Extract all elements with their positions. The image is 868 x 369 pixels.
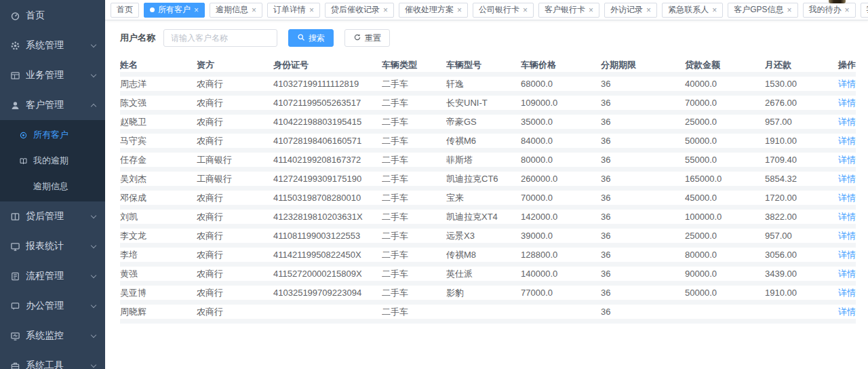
column-header-action: 操作 — [835, 59, 856, 71]
close-icon[interactable]: × — [309, 6, 314, 14]
sidebar-item-business-mgmt[interactable]: 业务管理 — [0, 60, 105, 90]
cell-name: 吴亚博 — [120, 287, 197, 299]
customer-name-input[interactable] — [163, 29, 277, 47]
cell-vehicle-model: 长安UNI-T — [446, 97, 521, 109]
tab-collection-records[interactable]: 贷后催收记录× — [325, 3, 394, 18]
tab-customer-gps[interactable]: 客户GPS信息× — [728, 3, 797, 18]
content: 用户名称 搜索 重置 姓名资方身份证号车辆类型车辆型号车辆价格分期期限贷款金额月… — [105, 20, 868, 369]
detail-link[interactable]: 详情 — [838, 212, 856, 222]
column-header-loan-amount: 贷款金额 — [685, 59, 765, 71]
detail-link[interactable]: 详情 — [838, 136, 856, 146]
detail-link[interactable]: 详情 — [838, 231, 856, 241]
table-header-row: 姓名资方身份证号车辆类型车辆型号车辆价格分期期限贷款金额月还款操作 — [120, 58, 856, 77]
search-form: 用户名称 搜索 重置 — [120, 29, 856, 47]
cell-action: 详情 — [835, 192, 856, 204]
cell-id-number: 411503198708280010 — [273, 193, 382, 203]
cell-name: 赵晓卫 — [120, 116, 197, 128]
reset-button[interactable]: 重置 — [344, 29, 390, 47]
cell-name: 周志洋 — [120, 78, 197, 90]
table-row: 周晓辉农商行二手车36详情 — [120, 305, 856, 324]
tab-visit-records[interactable]: 外访记录× — [604, 3, 657, 18]
cell-vehicle-model: 英仕派 — [446, 268, 521, 280]
detail-link[interactable]: 详情 — [838, 250, 856, 260]
sidebar-item-home[interactable]: 首页 — [0, 1, 105, 31]
close-icon[interactable]: × — [646, 6, 651, 14]
tab-my-process[interactable]: 我的流程× — [861, 3, 868, 18]
detail-link[interactable]: 详情 — [838, 117, 856, 127]
sidebar-item-label: 贷后管理 — [26, 210, 92, 222]
cell-id-number: 412724199309175190 — [273, 174, 382, 184]
detail-link[interactable]: 详情 — [838, 269, 856, 279]
detail-link[interactable]: 详情 — [838, 79, 856, 89]
sidebar-item-post-loan-mgmt[interactable]: 贷后管理 — [0, 201, 105, 231]
close-icon[interactable]: × — [589, 6, 593, 14]
sidebar-item-report-stats[interactable]: 报表统计 — [0, 231, 105, 261]
customer-table: 姓名资方身份证号车辆类型车辆型号车辆价格分期期限贷款金额月还款操作周志洋农商行4… — [120, 58, 856, 324]
cell-term: 36 — [601, 136, 685, 146]
close-icon[interactable]: × — [194, 6, 199, 14]
tab-order-detail[interactable]: 订单详情× — [267, 3, 320, 18]
tab-collection-plan[interactable]: 催收处理方案× — [399, 3, 468, 18]
table-row: 吴刘杰工商银行412724199309175190二手车凯迪拉克CT626000… — [120, 172, 856, 191]
cell-vehicle-type: 二手车 — [382, 97, 446, 109]
cell-loan-amount: 55000.0 — [685, 155, 765, 165]
detail-link[interactable]: 详情 — [838, 174, 856, 184]
close-icon[interactable]: × — [252, 6, 256, 14]
tab-overdue-info[interactable]: 逾期信息× — [210, 3, 262, 18]
sidebar-item-label: 所有客户 — [33, 129, 68, 141]
detail-link[interactable]: 详情 — [838, 155, 856, 165]
cell-id-number: 411402199208167372 — [273, 155, 382, 165]
sidebar-item-system-mgmt[interactable]: 系统管理 — [0, 31, 105, 60]
detail-link[interactable]: 详情 — [838, 98, 856, 108]
tab-my-todo[interactable]: 我的待办× — [803, 3, 856, 18]
reset-button-label: 重置 — [365, 33, 381, 44]
cell-name: 任存金 — [120, 154, 197, 166]
detail-link[interactable]: 详情 — [838, 307, 856, 317]
search-icon — [297, 33, 305, 43]
cell-vehicle-price: 35000.0 — [521, 117, 601, 127]
cell-monthly-payment: 2676.00 — [765, 98, 835, 108]
close-icon[interactable]: × — [845, 6, 850, 14]
close-icon[interactable]: × — [523, 6, 528, 14]
close-icon[interactable]: × — [457, 6, 462, 14]
sidebar-item-all-customers[interactable]: 所有客户 — [0, 122, 105, 148]
search-button[interactable]: 搜索 — [288, 29, 334, 47]
column-header-funder: 资方 — [197, 59, 273, 71]
cell-vehicle-type: 二手车 — [382, 306, 446, 318]
close-icon[interactable]: × — [712, 6, 717, 14]
cell-vehicle-price: 128800.0 — [521, 250, 601, 260]
report-icon — [9, 241, 20, 252]
sidebar-item-overdue-info[interactable]: 逾期信息 — [0, 174, 105, 199]
table-row: 刘凯农商行41232819810203631X二手车凯迪拉克XT4142000.… — [120, 210, 856, 229]
cell-id-number: 410325199709223094 — [273, 288, 382, 298]
sidebar-item-customer-mgmt[interactable]: 客户管理 — [0, 90, 105, 120]
close-icon[interactable]: × — [787, 6, 791, 14]
tab-home[interactable]: 首页 — [111, 3, 139, 18]
column-header-id-number: 身份证号 — [273, 59, 382, 71]
sidebar-item-label: 系统监控 — [26, 330, 92, 342]
tab-all-customers[interactable]: 所有客户× — [144, 3, 205, 18]
cell-funder: 农商行 — [197, 78, 273, 90]
cell-action: 详情 — [835, 173, 856, 185]
sidebar-item-system-monitor[interactable]: 系统监控 — [0, 321, 105, 351]
sidebar-item-label: 报表统计 — [26, 240, 92, 252]
app-root: 首页系统管理业务管理客户管理所有客户我的逾期逾期信息贷后管理报表统计流程管理办公… — [0, 0, 868, 369]
sidebar-item-my-overdue[interactable]: 我的逾期 — [0, 148, 105, 174]
tab-company-bank-card[interactable]: 公司银行卡× — [473, 3, 534, 18]
tab-customer-bank-card[interactable]: 客户银行卡× — [538, 3, 599, 18]
close-icon[interactable]: × — [383, 6, 388, 14]
cell-loan-amount: 50000.0 — [685, 136, 765, 146]
sidebar-item-process-mgmt[interactable]: 流程管理 — [0, 261, 105, 291]
cell-action: 详情 — [835, 154, 856, 166]
cell-action: 详情 — [835, 230, 856, 242]
detail-link[interactable]: 详情 — [838, 288, 856, 298]
cell-name: 李培 — [120, 249, 197, 261]
detail-link[interactable]: 详情 — [838, 193, 856, 203]
sidebar-item-office-mgmt[interactable]: 办公管理 — [0, 291, 105, 321]
cell-action: 详情 — [835, 78, 856, 90]
cell-action: 详情 — [835, 287, 856, 299]
sidebar-item-system-tools[interactable]: 系统工具 — [0, 351, 105, 369]
tab-emergency-contacts[interactable]: 紧急联系人× — [662, 3, 723, 18]
cell-funder: 农商行 — [197, 211, 273, 223]
cell-vehicle-model: 轩逸 — [446, 78, 521, 90]
